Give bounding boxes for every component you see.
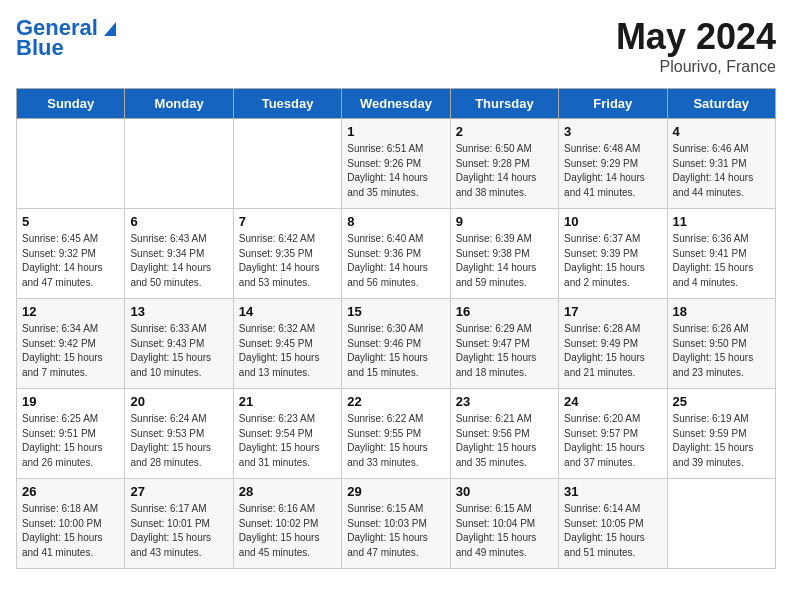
day-info: Sunrise: 6:39 AM Sunset: 9:38 PM Dayligh… [456, 232, 553, 290]
day-cell [667, 479, 775, 569]
day-header-tuesday: Tuesday [233, 89, 341, 119]
logo-arrow-icon [100, 18, 120, 38]
day-cell: 22Sunrise: 6:22 AM Sunset: 9:55 PM Dayli… [342, 389, 450, 479]
day-info: Sunrise: 6:26 AM Sunset: 9:50 PM Dayligh… [673, 322, 770, 380]
day-header-monday: Monday [125, 89, 233, 119]
day-cell: 4Sunrise: 6:46 AM Sunset: 9:31 PM Daylig… [667, 119, 775, 209]
day-cell: 11Sunrise: 6:36 AM Sunset: 9:41 PM Dayli… [667, 209, 775, 299]
day-cell: 1Sunrise: 6:51 AM Sunset: 9:26 PM Daylig… [342, 119, 450, 209]
day-cell: 7Sunrise: 6:42 AM Sunset: 9:35 PM Daylig… [233, 209, 341, 299]
day-cell: 21Sunrise: 6:23 AM Sunset: 9:54 PM Dayli… [233, 389, 341, 479]
logo: General Blue [16, 16, 120, 60]
day-cell: 19Sunrise: 6:25 AM Sunset: 9:51 PM Dayli… [17, 389, 125, 479]
day-info: Sunrise: 6:18 AM Sunset: 10:00 PM Daylig… [22, 502, 119, 560]
day-number: 13 [130, 304, 227, 319]
day-cell: 5Sunrise: 6:45 AM Sunset: 9:32 PM Daylig… [17, 209, 125, 299]
day-number: 18 [673, 304, 770, 319]
day-cell: 20Sunrise: 6:24 AM Sunset: 9:53 PM Dayli… [125, 389, 233, 479]
logo-text-blue: Blue [16, 36, 64, 60]
day-info: Sunrise: 6:32 AM Sunset: 9:45 PM Dayligh… [239, 322, 336, 380]
day-cell: 6Sunrise: 6:43 AM Sunset: 9:34 PM Daylig… [125, 209, 233, 299]
day-info: Sunrise: 6:33 AM Sunset: 9:43 PM Dayligh… [130, 322, 227, 380]
day-number: 4 [673, 124, 770, 139]
day-cell: 13Sunrise: 6:33 AM Sunset: 9:43 PM Dayli… [125, 299, 233, 389]
location: Plourivo, France [616, 58, 776, 76]
month-title: May 2024 [616, 16, 776, 58]
day-info: Sunrise: 6:14 AM Sunset: 10:05 PM Daylig… [564, 502, 661, 560]
week-row-3: 12Sunrise: 6:34 AM Sunset: 9:42 PM Dayli… [17, 299, 776, 389]
day-info: Sunrise: 6:36 AM Sunset: 9:41 PM Dayligh… [673, 232, 770, 290]
day-info: Sunrise: 6:17 AM Sunset: 10:01 PM Daylig… [130, 502, 227, 560]
day-cell: 30Sunrise: 6:15 AM Sunset: 10:04 PM Dayl… [450, 479, 558, 569]
day-info: Sunrise: 6:23 AM Sunset: 9:54 PM Dayligh… [239, 412, 336, 470]
day-header-wednesday: Wednesday [342, 89, 450, 119]
calendar-table: SundayMondayTuesdayWednesdayThursdayFrid… [16, 88, 776, 569]
day-cell: 8Sunrise: 6:40 AM Sunset: 9:36 PM Daylig… [342, 209, 450, 299]
day-number: 9 [456, 214, 553, 229]
day-cell: 2Sunrise: 6:50 AM Sunset: 9:28 PM Daylig… [450, 119, 558, 209]
day-number: 1 [347, 124, 444, 139]
day-cell: 26Sunrise: 6:18 AM Sunset: 10:00 PM Dayl… [17, 479, 125, 569]
day-info: Sunrise: 6:37 AM Sunset: 9:39 PM Dayligh… [564, 232, 661, 290]
day-info: Sunrise: 6:16 AM Sunset: 10:02 PM Daylig… [239, 502, 336, 560]
day-header-friday: Friday [559, 89, 667, 119]
day-info: Sunrise: 6:24 AM Sunset: 9:53 PM Dayligh… [130, 412, 227, 470]
day-header-saturday: Saturday [667, 89, 775, 119]
day-number: 7 [239, 214, 336, 229]
day-cell: 29Sunrise: 6:15 AM Sunset: 10:03 PM Dayl… [342, 479, 450, 569]
day-number: 23 [456, 394, 553, 409]
week-row-1: 1Sunrise: 6:51 AM Sunset: 9:26 PM Daylig… [17, 119, 776, 209]
days-header-row: SundayMondayTuesdayWednesdayThursdayFrid… [17, 89, 776, 119]
day-number: 22 [347, 394, 444, 409]
day-number: 12 [22, 304, 119, 319]
day-info: Sunrise: 6:51 AM Sunset: 9:26 PM Dayligh… [347, 142, 444, 200]
day-cell: 17Sunrise: 6:28 AM Sunset: 9:49 PM Dayli… [559, 299, 667, 389]
day-info: Sunrise: 6:29 AM Sunset: 9:47 PM Dayligh… [456, 322, 553, 380]
week-row-2: 5Sunrise: 6:45 AM Sunset: 9:32 PM Daylig… [17, 209, 776, 299]
day-number: 10 [564, 214, 661, 229]
day-number: 21 [239, 394, 336, 409]
svg-marker-0 [104, 22, 116, 36]
day-number: 31 [564, 484, 661, 499]
day-header-thursday: Thursday [450, 89, 558, 119]
day-cell: 16Sunrise: 6:29 AM Sunset: 9:47 PM Dayli… [450, 299, 558, 389]
day-number: 17 [564, 304, 661, 319]
day-cell: 14Sunrise: 6:32 AM Sunset: 9:45 PM Dayli… [233, 299, 341, 389]
day-number: 27 [130, 484, 227, 499]
day-cell: 3Sunrise: 6:48 AM Sunset: 9:29 PM Daylig… [559, 119, 667, 209]
day-cell: 23Sunrise: 6:21 AM Sunset: 9:56 PM Dayli… [450, 389, 558, 479]
day-cell: 24Sunrise: 6:20 AM Sunset: 9:57 PM Dayli… [559, 389, 667, 479]
day-info: Sunrise: 6:43 AM Sunset: 9:34 PM Dayligh… [130, 232, 227, 290]
day-number: 6 [130, 214, 227, 229]
day-number: 11 [673, 214, 770, 229]
day-number: 24 [564, 394, 661, 409]
day-header-sunday: Sunday [17, 89, 125, 119]
day-cell: 28Sunrise: 6:16 AM Sunset: 10:02 PM Dayl… [233, 479, 341, 569]
day-info: Sunrise: 6:19 AM Sunset: 9:59 PM Dayligh… [673, 412, 770, 470]
day-number: 3 [564, 124, 661, 139]
day-cell: 15Sunrise: 6:30 AM Sunset: 9:46 PM Dayli… [342, 299, 450, 389]
day-number: 19 [22, 394, 119, 409]
day-cell [233, 119, 341, 209]
day-number: 20 [130, 394, 227, 409]
day-cell: 12Sunrise: 6:34 AM Sunset: 9:42 PM Dayli… [17, 299, 125, 389]
day-cell: 9Sunrise: 6:39 AM Sunset: 9:38 PM Daylig… [450, 209, 558, 299]
day-number: 28 [239, 484, 336, 499]
title-block: May 2024 Plourivo, France [616, 16, 776, 76]
day-info: Sunrise: 6:25 AM Sunset: 9:51 PM Dayligh… [22, 412, 119, 470]
day-cell: 27Sunrise: 6:17 AM Sunset: 10:01 PM Dayl… [125, 479, 233, 569]
day-number: 8 [347, 214, 444, 229]
day-number: 15 [347, 304, 444, 319]
day-info: Sunrise: 6:40 AM Sunset: 9:36 PM Dayligh… [347, 232, 444, 290]
day-info: Sunrise: 6:15 AM Sunset: 10:03 PM Daylig… [347, 502, 444, 560]
day-info: Sunrise: 6:30 AM Sunset: 9:46 PM Dayligh… [347, 322, 444, 380]
week-row-5: 26Sunrise: 6:18 AM Sunset: 10:00 PM Dayl… [17, 479, 776, 569]
day-info: Sunrise: 6:15 AM Sunset: 10:04 PM Daylig… [456, 502, 553, 560]
day-number: 14 [239, 304, 336, 319]
day-cell: 10Sunrise: 6:37 AM Sunset: 9:39 PM Dayli… [559, 209, 667, 299]
day-info: Sunrise: 6:34 AM Sunset: 9:42 PM Dayligh… [22, 322, 119, 380]
day-number: 26 [22, 484, 119, 499]
day-info: Sunrise: 6:42 AM Sunset: 9:35 PM Dayligh… [239, 232, 336, 290]
day-info: Sunrise: 6:45 AM Sunset: 9:32 PM Dayligh… [22, 232, 119, 290]
day-cell: 18Sunrise: 6:26 AM Sunset: 9:50 PM Dayli… [667, 299, 775, 389]
